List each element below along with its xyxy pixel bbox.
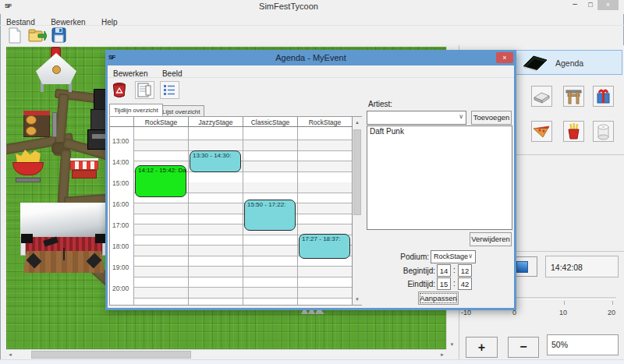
slider-tick-label: 10 (559, 309, 567, 316)
start-time-label: Begintijd: (381, 267, 435, 275)
main-stage[interactable] (20, 203, 108, 274)
grid-scroll-thumb[interactable] (353, 129, 361, 215)
time-label: 14:00 (112, 158, 129, 166)
agenda-label: Agenda (555, 58, 583, 68)
save-floppy-icon (51, 27, 67, 44)
artist-list-item[interactable]: Daft Punk (367, 126, 512, 136)
fries-icon (564, 122, 583, 141)
pizza-icon (532, 122, 551, 141)
timeline-grid: RockStage JazzyStage ClassicStage RockSt… (109, 116, 362, 306)
tool-gift-button[interactable] (593, 86, 614, 107)
tool-fries-button[interactable] (563, 121, 584, 142)
podium-combobox-value: RockStage (434, 253, 468, 260)
chevron-down-icon: ∨ (459, 113, 463, 120)
app-logo-icon: SF (5, 2, 11, 9)
schedule-event[interactable]: 13:30 - 14:30: (190, 150, 241, 172)
artist-label: Artiest: (368, 100, 392, 108)
torii-gate-icon (564, 87, 583, 106)
main-window: SF SimFestTycoon – □ × Bestand Bewerken … (0, 0, 624, 364)
clock-display: 14:42:08 (545, 256, 619, 277)
new-file-button[interactable] (7, 27, 23, 47)
chevron-down-icon: ∨ (468, 253, 473, 260)
artist-combobox[interactable]: ∨ (367, 111, 466, 125)
column-header: JazzyStage (188, 117, 243, 127)
time-label: 18:00 (112, 242, 129, 250)
fries-stand[interactable] (12, 150, 45, 186)
scroll-right-icon[interactable]: ► (440, 352, 445, 357)
header-line (110, 126, 133, 127)
mic-stand (63, 248, 65, 260)
maximize-button[interactable]: □ (583, 0, 597, 11)
dialog-menu-beeld[interactable]: Beeld (157, 68, 188, 78)
tool-toilet-roll-button[interactable] (593, 121, 614, 142)
scroll-left-icon[interactable]: ◄ (8, 352, 12, 357)
dialog-titlebar[interactable]: SF Agenda - MyEvent × (105, 50, 516, 65)
schedule-event-daftpunk[interactable]: 14:12 - 15:42: Daft P (135, 165, 186, 197)
podium-combobox[interactable]: RockStage ∨ (431, 250, 476, 263)
tool-torii-gate-button[interactable] (563, 86, 584, 107)
timeline-view-button[interactable] (135, 81, 154, 99)
burger-stand[interactable] (23, 106, 59, 139)
time-label: 13:00 (112, 137, 129, 145)
striped-stand[interactable] (70, 158, 98, 182)
hscroll-thumb[interactable] (31, 351, 191, 359)
minimize-button[interactable]: – (568, 0, 582, 11)
apply-button[interactable]: Aanpassen (418, 292, 459, 305)
window-title: SimFestTycoon (259, 2, 318, 11)
open-file-button[interactable] (28, 27, 47, 47)
zoom-level-input[interactable]: 50% (547, 334, 619, 355)
add-artist-button[interactable]: Toevoegen (471, 111, 512, 125)
trash-icon (111, 82, 129, 98)
start-hour-input[interactable]: 14 (437, 264, 451, 277)
open-folder-icon (28, 27, 47, 44)
time-label: 16:00 (112, 200, 129, 208)
artist-listbox[interactable]: Daft Punk (367, 125, 512, 230)
end-hour-input[interactable]: 15 (437, 277, 451, 290)
start-minute-input[interactable]: 12 (458, 264, 472, 277)
schedule-event[interactable]: 15:50 - 17:22: (244, 200, 296, 231)
end-minute-input[interactable]: 42 (458, 277, 472, 290)
main-menubar: Bestand Bewerken Help (0, 14, 624, 26)
tent-logo (52, 65, 61, 74)
map-hscrollbar[interactable]: ◄ ► (6, 349, 446, 359)
save-button[interactable] (51, 27, 67, 47)
main-toolbar (0, 26, 624, 46)
schedule-event[interactable]: 17:27 - 18:37: (299, 234, 350, 259)
podium-label: Podium: (390, 253, 429, 261)
dialog-menubar: Bewerken Beeld (108, 65, 514, 78)
tab-tijdlijn-overzicht[interactable]: Tijdlijn overzicht (109, 104, 163, 116)
timeline-view-icon (136, 82, 154, 98)
close-button[interactable]: × (597, 0, 619, 10)
end-time-label: Eindtijd: (381, 280, 435, 288)
grid-scroll-down-icon[interactable]: ▼ (353, 297, 362, 302)
time-separator: : (453, 279, 456, 288)
column-header: RockStage (297, 117, 352, 127)
delete-event-button[interactable] (110, 81, 129, 99)
window-titlebar: SF SimFestTycoon – □ × (0, 0, 624, 14)
scroll-down-icon[interactable]: ▼ (447, 342, 457, 347)
tool-pizza-button[interactable] (531, 121, 552, 142)
dialog-body: Bewerken Beeld (108, 65, 514, 308)
agenda-book-icon (521, 54, 549, 72)
agenda-dialog: SF Agenda - MyEvent × Bewerken Beeld (105, 50, 516, 310)
dialog-title: Agenda - MyEvent (105, 53, 516, 62)
time-separator: : (453, 266, 456, 274)
time-label: 17:00 (112, 221, 129, 229)
remove-artist-button[interactable]: Verwijderen (470, 232, 512, 246)
list-view-button[interactable] (160, 81, 179, 99)
zoom-out-button[interactable]: − (508, 337, 539, 358)
white-tent[interactable] (36, 53, 76, 94)
dialog-close-button[interactable]: × (496, 52, 513, 63)
new-file-icon (7, 27, 23, 44)
grid-scroll-up-icon[interactable]: ▲ (353, 120, 362, 125)
dialog-menu-bewerken[interactable]: Bewerken (108, 68, 153, 78)
column-header: RockStage (133, 117, 188, 127)
time-label: 20:00 (112, 284, 129, 292)
zoom-in-button[interactable]: + (466, 337, 498, 358)
grid-scrollbar[interactable]: ▲ ▼ (352, 117, 362, 305)
tool-grandstand-button[interactable] (531, 86, 552, 107)
time-label: 19:00 (112, 263, 129, 271)
gift-icon (594, 87, 613, 106)
column-header: ClassicStage (243, 117, 297, 127)
slider-tick (612, 301, 613, 305)
